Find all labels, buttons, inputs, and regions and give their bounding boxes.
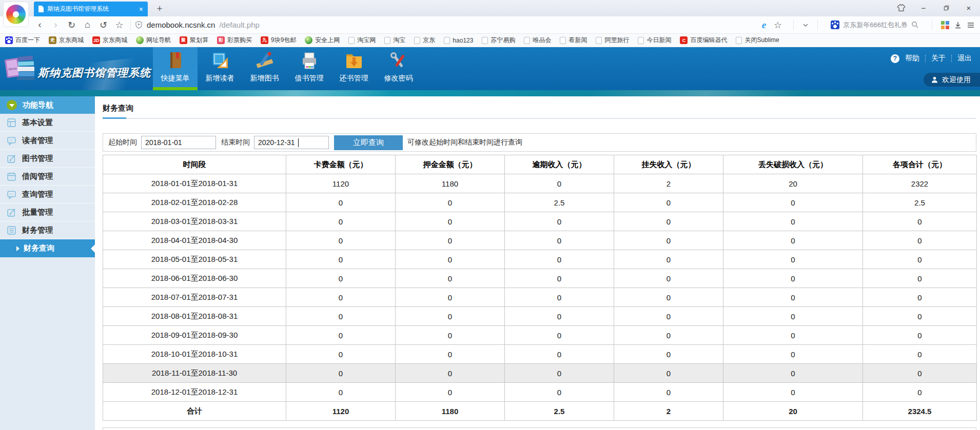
chat-icon — [7, 136, 16, 146]
query-now-button[interactable]: 立即查询 — [334, 135, 403, 150]
about-link[interactable]: 关于 — [931, 54, 946, 63]
bookmark-label: 百度编辑器代 — [690, 36, 727, 45]
help-link[interactable]: 帮助 — [905, 54, 919, 63]
bookmark-icon — [305, 36, 312, 44]
bookmark-label: 网址导航 — [146, 36, 171, 45]
nav-item-borrow[interactable]: 借书管理 — [287, 47, 331, 90]
overdue-cell: 0 — [505, 345, 614, 364]
sidebar-header-label: 功能导航 — [23, 100, 53, 110]
bookmark-item[interactable]: C 百度编辑器代 — [680, 36, 727, 45]
nav-item-quick-menu[interactable]: 快捷菜单 — [153, 47, 198, 90]
bookmark-item[interactable]: 淘宝 — [384, 36, 405, 45]
bookmark-item[interactable]: 九 9块9包邮 — [261, 36, 296, 45]
link-divider — [951, 55, 952, 62]
maximize-button[interactable] — [937, 1, 955, 14]
finance-table-row[interactable]: 2018-08-01至2018-08-31 0 0 0 0 0 0 — [103, 307, 977, 326]
finance-table-row[interactable]: 2018-01-01至2018-01-31 1120 1180 0 2 20 2… — [103, 174, 977, 193]
bookmark-item[interactable]: 聚 聚划算 — [180, 36, 208, 45]
ie-compat-icon[interactable]: e — [762, 19, 766, 31]
sidebar-header[interactable]: 功能导航 — [0, 96, 95, 114]
back-icon[interactable]: ‹ — [33, 18, 47, 32]
bookmark-item[interactable]: 彩 彩票购买 — [217, 36, 252, 45]
sidebar-item-batch-management[interactable]: 批量管理 — [0, 203, 95, 221]
favorite-star-icon[interactable]: ☆ — [112, 18, 126, 32]
finance-table-row[interactable]: 2018-02-01至2018-02-28 0 0 2.5 0 0 2.5 — [103, 193, 977, 212]
sidebar-item-reader-management[interactable]: 读者管理 — [0, 132, 95, 150]
loss-report-cell: 0 — [614, 250, 723, 269]
logout-link[interactable]: 退出 — [957, 54, 972, 63]
close-button[interactable]: × — [959, 1, 978, 14]
start-date-input[interactable] — [141, 136, 216, 149]
browser-logo[interactable] — [3, 2, 29, 27]
sidebar-item-finance-query-active[interactable]: 财务查询 — [0, 239, 95, 257]
finance-table-row[interactable]: 2018-11-01至2018-11-30 0 0 0 0 0 0 — [103, 364, 977, 383]
bookmark-item[interactable]: 唯品会 — [524, 36, 551, 45]
bookmarks-bar: 百度一下 史 京东商城 JD 京东商城 网址导航 聚 聚划算 彩 彩票购买 九 … — [0, 34, 980, 47]
bookmark-item[interactable]: 今日新闻 — [638, 36, 671, 45]
bookmark-item[interactable]: 关闭Sublime — [736, 36, 779, 45]
skin-theme-icon[interactable] — [892, 1, 910, 14]
search-keyword: 京东新年666红包礼券 — [843, 21, 908, 30]
book-icon — [166, 51, 185, 70]
sidebar-item-lending-management[interactable]: 借阅管理 — [0, 168, 95, 186]
end-date-input[interactable] — [254, 136, 329, 149]
finance-table-row[interactable]: 2018-03-01至2018-03-31 0 0 0 0 0 0 — [103, 212, 977, 231]
menu-hamburger-icon[interactable] — [967, 22, 975, 29]
tab-close-icon[interactable]: × — [139, 6, 143, 13]
sidebar-item-query-management[interactable]: 查询管理 — [0, 186, 95, 203]
bookmark-item[interactable]: 史 京东商城 — [49, 36, 84, 45]
browser-tab[interactable]: 斯纳克图书馆管理系统 × — [34, 2, 148, 16]
damage-cell: 0 — [723, 345, 863, 364]
bookmark-item[interactable]: 百度一下 — [5, 36, 40, 45]
forward-icon[interactable]: › — [49, 18, 63, 32]
deposit-cell: 0 — [396, 231, 505, 250]
apps-grid-icon[interactable] — [941, 21, 949, 29]
finance-table-row[interactable]: 2018-04-01至2018-04-30 0 0 0 0 0 0 — [103, 231, 977, 250]
bookmark-item[interactable]: 苏宁易购 — [482, 36, 515, 45]
damage-cell: 0 — [723, 307, 863, 326]
bookmark-item[interactable]: 京东 — [414, 36, 435, 45]
sidebar-item-finance-management[interactable]: 财务管理 — [0, 221, 95, 239]
bookmark-icon — [596, 37, 602, 44]
bookmark-item[interactable]: hao123 — [444, 37, 473, 44]
finance-table-row[interactable]: 2018-05-01至2018-05-31 0 0 0 0 0 0 — [103, 250, 977, 269]
period-cell: 2018-01-01至2018-01-31 — [103, 174, 286, 193]
finance-table-row[interactable]: 2018-10-01至2018-10-31 0 0 0 0 0 0 — [103, 345, 977, 364]
bookmark-item[interactable]: 阿里旅行 — [596, 36, 629, 45]
nav-item-add-reader[interactable]: 新增读者 — [198, 47, 242, 90]
card-fee-cell: 0 — [286, 288, 396, 307]
refresh-icon[interactable]: ↻ — [65, 18, 79, 32]
sidebar-item-book-management[interactable]: 图书管理 — [0, 150, 95, 168]
nav-item-return[interactable]: 还书管理 — [331, 47, 376, 90]
home-icon[interactable]: ⌂ — [81, 18, 94, 32]
list-icon — [7, 226, 16, 235]
nav-item-change-password[interactable]: 修改密码 — [376, 47, 421, 90]
search-icon[interactable] — [911, 21, 919, 29]
bookmark-star-icon[interactable]: ☆ — [771, 18, 785, 32]
address-bar[interactable]: demobook.ncsnk.cn/default.php — [135, 21, 260, 29]
minimize-button[interactable]: − — [914, 1, 933, 14]
chevron-down-icon[interactable] — [802, 23, 809, 28]
search-box[interactable]: 京东新年666红包礼券 — [827, 19, 923, 31]
sum-cell: 0 — [863, 345, 977, 364]
download-icon[interactable] — [954, 21, 962, 29]
bookmark-item[interactable]: 淘宝网 — [348, 36, 376, 45]
loss-report-cell: 2 — [614, 174, 723, 193]
bookmark-item[interactable]: 看新闻 — [560, 36, 587, 45]
finance-table-row[interactable]: 2018-06-01至2018-06-30 0 0 0 0 0 0 — [103, 269, 977, 288]
sidebar-item-basic-settings[interactable]: 基本设置 — [0, 114, 95, 132]
finance-table-row[interactable]: 2018-09-01至2018-09-30 0 0 0 0 0 0 — [103, 326, 977, 345]
new-tab-button[interactable]: + — [153, 2, 166, 15]
nav-item-add-book[interactable]: 新增图书 — [242, 47, 287, 90]
period-cell: 2018-07-01至2018-07-31 — [103, 288, 286, 307]
card-fee-cell: 0 — [286, 307, 396, 326]
bookmark-icon — [348, 37, 355, 44]
restore-tab-icon[interactable]: ↺ — [96, 18, 110, 32]
bookmark-label: 京东 — [423, 36, 435, 45]
bookmark-item[interactable]: 安全上网 — [305, 36, 340, 45]
bookmark-item[interactable]: 网址导航 — [136, 36, 171, 45]
finance-table-row[interactable]: 2018-07-01至2018-07-31 0 0 0 0 0 0 — [103, 288, 977, 307]
sum-cell: 2.5 — [863, 193, 977, 212]
finance-table-row[interactable]: 2018-12-01至2018-12-31 0 0 0 0 0 0 — [103, 383, 977, 402]
bookmark-item[interactable]: JD 京东商城 — [92, 36, 127, 45]
